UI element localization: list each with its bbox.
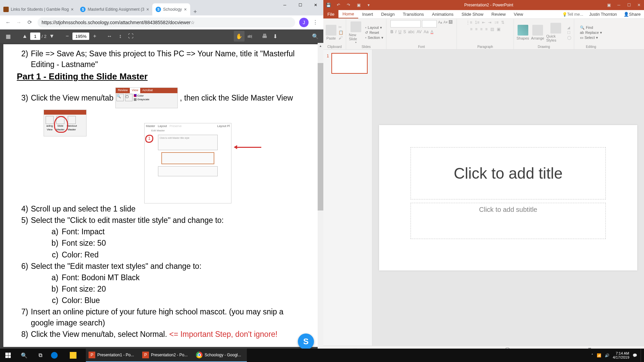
maximize-button[interactable]: ☐ bbox=[292, 0, 308, 10]
redo-icon[interactable]: ↷ bbox=[343, 0, 354, 10]
tray-chevron-icon[interactable]: ˄ bbox=[591, 353, 593, 358]
taskbar-chrome[interactable]: Schoology - Googl... bbox=[193, 349, 247, 362]
paste-button[interactable]: Paste bbox=[326, 25, 336, 40]
save-icon[interactable]: 💾 bbox=[323, 0, 333, 10]
arrange-button[interactable]: Arrange bbox=[531, 25, 544, 40]
shadow-button[interactable]: abc bbox=[408, 29, 415, 34]
direction-icon[interactable]: ⇅ bbox=[501, 20, 504, 25]
find-button[interactable]: 🔍 Find bbox=[580, 25, 602, 30]
align-left-icon[interactable]: ≡ bbox=[470, 27, 472, 32]
tab-animations[interactable]: Animations bbox=[428, 10, 458, 18]
tellme-input[interactable]: 💡 Tell me... bbox=[559, 12, 586, 17]
linespacing-icon[interactable]: ↕≡ bbox=[494, 20, 498, 25]
underline-button[interactable]: U bbox=[398, 29, 401, 34]
close-button[interactable]: ✕ bbox=[634, 0, 644, 10]
undo-icon[interactable]: ↶ bbox=[333, 0, 343, 10]
ribbon-options-icon[interactable]: ▣ bbox=[604, 0, 614, 10]
back-button[interactable]: ← bbox=[3, 17, 13, 28]
tab-review[interactable]: Review bbox=[487, 10, 510, 18]
tab-transitions[interactable]: Transitions bbox=[399, 10, 428, 18]
shape-outline-icon[interactable]: ☐ bbox=[567, 31, 571, 35]
taskbar-edge[interactable] bbox=[48, 349, 67, 362]
shapes-button[interactable]: Shapes bbox=[517, 25, 529, 40]
taskbar-powerpoint-2[interactable]: PPresentation2 - Po... bbox=[140, 349, 193, 362]
indent-icon[interactable]: ⇥ bbox=[488, 20, 491, 25]
pdf-viewport[interactable]: 2)File => Save As; Save this project to … bbox=[0, 43, 323, 354]
tab-slideshow[interactable]: Slide Show bbox=[458, 10, 487, 18]
cut-icon[interactable]: ✂ bbox=[338, 25, 343, 29]
clock[interactable]: 7:14 AM 4/17/2019 bbox=[613, 351, 629, 359]
start-button[interactable] bbox=[0, 349, 16, 362]
taskbar-powerpoint-1[interactable]: PPresentation1 - Po... bbox=[86, 349, 140, 362]
columns-icon[interactable]: ▤ bbox=[490, 27, 494, 32]
fit-width-icon[interactable]: ↔ bbox=[104, 31, 115, 42]
print-icon[interactable]: 🖶 bbox=[259, 31, 270, 42]
chrome-menu-icon[interactable]: ⋮ bbox=[310, 17, 321, 28]
font-size-input[interactable] bbox=[422, 20, 437, 27]
slide[interactable]: Click to add title Click to add subtitle bbox=[379, 125, 637, 270]
reload-button[interactable]: ⟳ bbox=[24, 17, 35, 28]
zoom-out-button[interactable]: − bbox=[62, 31, 72, 42]
shape-effects-icon[interactable]: ◯ bbox=[567, 36, 571, 40]
copy-icon[interactable]: 📋 bbox=[338, 30, 343, 35]
layout-button[interactable]: ▫ Layout ▾ bbox=[365, 25, 383, 30]
search-icon[interactable]: 🔍 bbox=[310, 31, 321, 42]
notification-icon[interactable]: 💬 bbox=[633, 353, 637, 358]
new-tab-button[interactable]: + bbox=[190, 8, 201, 15]
user-avatar[interactable]: J bbox=[299, 18, 309, 27]
reset-button[interactable]: ↺ Reset bbox=[365, 31, 383, 35]
shape-fill-icon[interactable]: ◢ bbox=[567, 25, 571, 30]
smartart-icon[interactable]: ▣ bbox=[497, 27, 500, 32]
chrome-tab-0[interactable]: Links for Students | Gamble Rog × bbox=[0, 3, 77, 15]
tab-home[interactable]: Home bbox=[338, 10, 358, 18]
pdf-scrollbar[interactable]: ▴ ▾ bbox=[318, 43, 323, 354]
bullets-icon[interactable]: ⋮≡ bbox=[466, 20, 472, 25]
schoology-fab[interactable]: S bbox=[298, 334, 314, 350]
prev-page-button[interactable]: ▲ bbox=[19, 31, 30, 42]
tab-close-icon[interactable]: × bbox=[146, 7, 149, 12]
section-button[interactable]: ▫ Section ▾ bbox=[365, 36, 383, 40]
text-select-icon[interactable]: ab| bbox=[245, 31, 255, 42]
forward-button[interactable]: → bbox=[13, 17, 24, 28]
close-button[interactable]: ✕ bbox=[308, 0, 323, 10]
scroll-thumb[interactable] bbox=[318, 63, 323, 210]
tab-view[interactable]: View bbox=[510, 10, 527, 18]
hand-tool-icon[interactable]: ✋ bbox=[234, 31, 245, 42]
maximize-button[interactable]: ☐ bbox=[624, 0, 634, 10]
presentation-icon[interactable]: ⛶ bbox=[125, 31, 136, 42]
bold-button[interactable]: B bbox=[390, 29, 393, 34]
tab-close-icon[interactable]: × bbox=[71, 7, 73, 12]
slide-canvas[interactable]: Click to add title Click to add subtitle bbox=[372, 50, 644, 346]
scroll-up-icon[interactable]: ▴ bbox=[318, 43, 323, 49]
task-view-icon[interactable]: ⧉ bbox=[32, 349, 48, 362]
page-number-input[interactable]: 1 bbox=[30, 33, 40, 40]
search-icon[interactable]: 🔍 bbox=[16, 349, 32, 362]
chrome-tab-2-active[interactable]: S Schoology × bbox=[152, 3, 190, 15]
format-painter-icon[interactable]: 🖌 bbox=[338, 36, 343, 40]
minimize-button[interactable]: ─ bbox=[614, 0, 624, 10]
slide-thumbnail-panel[interactable]: 1 bbox=[323, 50, 372, 346]
replace-button[interactable]: ab Replace ▾ bbox=[580, 31, 602, 35]
zoom-input[interactable]: 195% bbox=[72, 33, 89, 40]
tab-file[interactable]: File bbox=[323, 10, 338, 18]
slide-thumb-1[interactable]: 1 bbox=[331, 53, 368, 74]
share-button[interactable]: 👤 Share bbox=[620, 12, 644, 17]
bookmark-icon[interactable]: ☆ bbox=[191, 20, 291, 25]
network-icon[interactable]: 📶 bbox=[597, 353, 601, 358]
align-right-icon[interactable]: ≡ bbox=[480, 27, 483, 32]
quickstyles-button[interactable]: Quick Styles bbox=[546, 23, 565, 42]
spacing-button[interactable]: AV bbox=[417, 29, 422, 34]
font-name-input[interactable] bbox=[390, 20, 421, 27]
select-button[interactable]: ▭ Select ▾ bbox=[580, 36, 602, 40]
show-desktop[interactable] bbox=[641, 349, 643, 362]
qat-more-icon[interactable]: ▾ bbox=[364, 0, 374, 10]
tab-insert[interactable]: Insert bbox=[358, 10, 377, 18]
title-placeholder[interactable]: Click to add title bbox=[411, 147, 606, 199]
strike-button[interactable]: S bbox=[404, 29, 406, 34]
sidebar-toggle-icon[interactable]: ▦ bbox=[3, 31, 13, 42]
align-center-icon[interactable]: ≡ bbox=[475, 27, 477, 32]
user-name[interactable]: Justin Thornton bbox=[586, 12, 621, 17]
minimize-button[interactable]: ─ bbox=[277, 0, 292, 10]
taskbar-explorer[interactable] bbox=[67, 349, 86, 362]
case-button[interactable]: Aa bbox=[424, 29, 429, 34]
